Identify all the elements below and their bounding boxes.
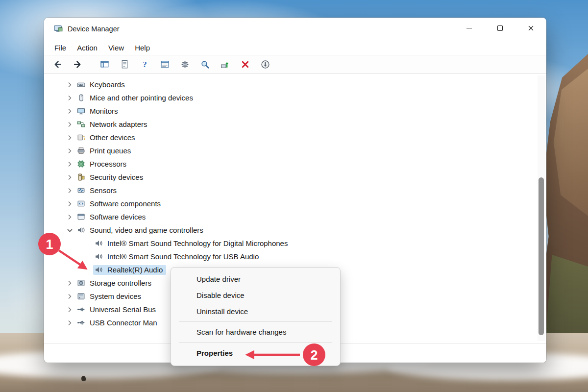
tree-item-software-components[interactable]: Software components: [44, 197, 536, 210]
tree-item-keyboards[interactable]: Keyboards: [44, 78, 536, 91]
show-console-tree-icon[interactable]: [97, 58, 112, 71]
context-menu-separator: [179, 342, 332, 343]
tree-item-label-area: Security devices: [75, 172, 147, 182]
vertical-scrollbar[interactable]: [538, 75, 545, 341]
chevron-right-icon[interactable]: [66, 292, 75, 301]
tree-item-text: USB Connector Man: [90, 318, 157, 327]
tree-item-label-area: Monitors: [75, 106, 122, 116]
tree-item-text: Software devices: [90, 213, 146, 221]
chevron-right-icon[interactable]: [66, 305, 75, 314]
context-menu-item-uninstall-device[interactable]: Uninstall device: [173, 303, 338, 319]
mouse-icon: [77, 94, 86, 102]
scan-hardware-changes-icon[interactable]: [197, 58, 212, 71]
tree-item-text: Storage controllers: [90, 279, 151, 287]
title-bar[interactable]: Device Manager: [44, 18, 546, 40]
menubar-item-action[interactable]: Action: [72, 42, 103, 53]
context-menu-item-scan-for-hardware-changes[interactable]: Scan for hardware changes: [173, 324, 338, 340]
tree-item-label-area: Intel® Smart Sound Technology for USB Au…: [93, 252, 262, 262]
chevron-right-icon[interactable]: [66, 199, 75, 208]
chevron-right-icon[interactable]: [66, 213, 75, 221]
tree-item-text: Universal Serial Bus: [90, 305, 156, 314]
context-menu-item-properties[interactable]: Properties: [173, 344, 338, 362]
chevron-right-icon[interactable]: [66, 160, 75, 169]
tree-item-text: Software components: [90, 199, 161, 208]
menubar-item-help[interactable]: Help: [129, 42, 155, 53]
tree-item-label-area: Print queues: [75, 146, 134, 156]
tree-item-software-devices[interactable]: Software devices: [44, 210, 536, 223]
tree-item-processors[interactable]: Processors: [44, 157, 536, 171]
properties-icon[interactable]: [117, 58, 132, 71]
forward-icon[interactable]: [70, 58, 85, 71]
menu-bar: FileActionViewHelp: [44, 40, 546, 55]
tree-item-text: Network adapters: [90, 120, 147, 128]
chevron-spacer: [83, 266, 93, 274]
chevron-right-icon[interactable]: [66, 173, 75, 182]
chevron-right-icon[interactable]: [66, 147, 75, 155]
close-icon: [527, 24, 535, 34]
chevron-right-icon[interactable]: [66, 94, 75, 102]
toolbar: ?: [44, 55, 546, 74]
tree-item-text: Sensors: [90, 186, 117, 195]
tree-item-label-area: Intel® Smart Sound Technology for Digita…: [93, 239, 291, 248]
tree-item-label-area: Mice and other pointing devices: [75, 93, 196, 103]
tree-item-text: Processors: [90, 160, 126, 168]
tree-item-label-area: Software components: [75, 199, 164, 209]
update-driver-icon[interactable]: [218, 58, 232, 71]
chevron-down-icon[interactable]: [66, 226, 75, 235]
usb-icon: [77, 318, 86, 327]
maximize-button[interactable]: [485, 18, 515, 40]
tree-item-sound-video-and-game-controllers[interactable]: Sound, video and game controllers: [44, 223, 536, 237]
chevron-right-icon[interactable]: [66, 120, 75, 129]
tree-item-label-area: USB Connector Man: [75, 318, 161, 328]
chevron-right-icon[interactable]: [66, 107, 75, 116]
desktop-background: Device Manager FileActionViewHelp ? Keyb…: [0, 0, 588, 392]
tree-item-security-devices[interactable]: Security devices: [44, 171, 536, 184]
chevron-spacer: [83, 239, 93, 248]
software-device-icon: [77, 213, 86, 221]
disable-device-icon[interactable]: [258, 58, 272, 71]
tree-item-intel-smart-sound-technology-for-digital-microphones[interactable]: Intel® Smart Sound Technology for Digita…: [44, 237, 536, 250]
chevron-right-icon[interactable]: [66, 80, 75, 89]
chevron-right-icon[interactable]: [66, 279, 75, 288]
chevron-right-icon[interactable]: [66, 186, 75, 195]
keyboard-icon: [77, 80, 86, 89]
svg-text:?: ?: [83, 135, 85, 141]
tree-item-label-area: Sensors: [75, 186, 120, 196]
storage-icon: [77, 279, 86, 287]
context-menu-item-update-driver[interactable]: Update driver: [173, 271, 338, 287]
back-icon[interactable]: [50, 58, 65, 71]
tree-item-text: Print queues: [90, 147, 131, 155]
menubar-item-view[interactable]: View: [103, 42, 129, 53]
context-menu-item-disable-device[interactable]: Disable device: [173, 287, 338, 303]
tree-item-text: Keyboards: [90, 80, 125, 89]
minimize-icon: [465, 24, 473, 34]
printer-icon: [77, 147, 86, 155]
scrollbar-thumb[interactable]: [539, 177, 544, 335]
tree-item-monitors[interactable]: Monitors: [44, 104, 536, 118]
tree-item-intel-smart-sound-technology-for-usb-audio[interactable]: Intel® Smart Sound Technology for USB Au…: [44, 250, 536, 263]
export-list-icon[interactable]: [157, 58, 172, 71]
tree-item-label-area: Universal Serial Bus: [75, 305, 159, 315]
minimize-button[interactable]: [454, 18, 485, 40]
chevron-spacer: [83, 252, 93, 261]
tree-item-label-area: Network adapters: [75, 120, 151, 129]
devices-by-type-icon[interactable]: [177, 58, 192, 71]
tree-item-label-area: ?Other devices: [75, 133, 139, 143]
sound-controller-icon: [77, 226, 86, 234]
tree-item-network-adapters[interactable]: Network adapters: [44, 118, 536, 131]
close-button[interactable]: [515, 18, 546, 40]
speaker-icon: [95, 252, 103, 261]
maximize-icon: [496, 24, 504, 34]
tree-item-other-devices[interactable]: ?Other devices: [44, 131, 536, 144]
tree-item-print-queues[interactable]: Print queues: [44, 144, 536, 157]
uninstall-device-icon[interactable]: [238, 58, 252, 71]
chevron-right-icon[interactable]: [66, 318, 75, 327]
menubar-item-file[interactable]: File: [49, 42, 72, 53]
tree-item-sensors[interactable]: Sensors: [44, 184, 536, 197]
help-icon[interactable]: ?: [137, 58, 152, 71]
tree-item-text: Other devices: [90, 133, 135, 142]
context-menu: Update driverDisable deviceUninstall dev…: [171, 267, 341, 366]
tree-item-mice-and-other-pointing-devices[interactable]: Mice and other pointing devices: [44, 91, 536, 104]
device-manager-icon: [54, 24, 63, 33]
chevron-right-icon[interactable]: [66, 133, 75, 142]
